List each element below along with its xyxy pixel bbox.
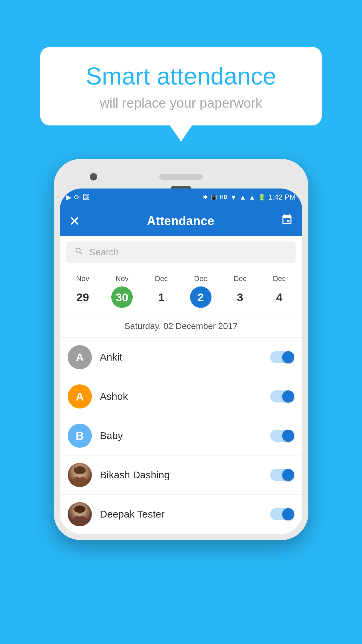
- cal-month-label: Dec: [233, 274, 246, 283]
- phone-top: [60, 165, 302, 189]
- phone-screen: ▶ ⟳ 🖼 ✱ 📳 HD ▼ ▲ ▲ 🔋 1:42 PM ✕ A: [60, 189, 302, 534]
- search-input[interactable]: Search: [89, 247, 119, 258]
- speech-bubble: Smart attendance will replace your paper…: [40, 47, 322, 125]
- search-container: Search: [60, 236, 302, 268]
- play-icon: ▶: [66, 193, 71, 201]
- cal-day-num: 2: [190, 286, 212, 308]
- svg-point-1: [72, 476, 87, 487]
- toggle-thumb: [282, 508, 294, 520]
- calendar-icon[interactable]: [281, 214, 293, 228]
- app-title: Attendance: [147, 214, 214, 228]
- list-item: B Baby: [60, 416, 302, 455]
- avatar-deepak: [68, 502, 92, 526]
- phone-camera: [90, 173, 97, 180]
- bluetooth-icon: ✱: [203, 194, 208, 201]
- toggle-track: [270, 469, 294, 481]
- calendar-strip: Nov 29 Nov 30 Dec 1 Dec 2 Dec 3: [60, 268, 302, 315]
- people-list: A Ankit A Ashok: [60, 338, 302, 534]
- cal-day-num: 3: [229, 286, 251, 308]
- svg-point-3: [74, 466, 86, 474]
- cal-day-num: 30: [111, 286, 133, 308]
- avatar-baby: B: [68, 424, 92, 448]
- hd-icon: HD: [220, 194, 228, 200]
- toggle-ashok[interactable]: [270, 390, 294, 402]
- subtext: will replace your paperwork: [60, 96, 302, 111]
- status-right-icons: ✱ 📳 HD ▼ ▲ ▲ 🔋 1:42 PM: [203, 193, 296, 202]
- avatar-bikash: [68, 463, 92, 487]
- list-item: A Ashok: [60, 377, 302, 416]
- image-icon: 🖼: [82, 194, 89, 201]
- status-time: 1:42 PM: [268, 193, 296, 202]
- list-item: Bikash Dashing: [60, 455, 302, 495]
- phone-mockup: ▶ ⟳ 🖼 ✱ 📳 HD ▼ ▲ ▲ 🔋 1:42 PM ✕ A: [54, 159, 308, 540]
- cal-month-label: Dec: [194, 274, 207, 283]
- toggle-baby[interactable]: [270, 430, 294, 442]
- toggle-ankit[interactable]: [270, 351, 294, 363]
- avatar-ashok: A: [68, 384, 92, 409]
- person-name-deepak: Deepak Tester: [100, 508, 262, 520]
- toggle-track: [270, 390, 294, 402]
- cal-day-dec3[interactable]: Dec 3: [229, 274, 251, 308]
- toggle-track: [270, 430, 294, 442]
- app-bar: ✕ Attendance: [60, 206, 302, 236]
- toggle-thumb: [282, 430, 294, 442]
- person-name-bikash: Bikash Dashing: [100, 469, 262, 481]
- cal-month-label: Dec: [273, 274, 286, 283]
- phone-outer: ▶ ⟳ 🖼 ✱ 📳 HD ▼ ▲ ▲ 🔋 1:42 PM ✕ A: [54, 159, 308, 540]
- cal-day-num: 1: [150, 286, 172, 308]
- cal-month-label: Dec: [155, 274, 168, 283]
- toggle-bikash[interactable]: [270, 469, 294, 481]
- signal1-icon: ▲: [239, 194, 246, 201]
- cal-day-num: 29: [72, 286, 94, 308]
- status-left-icons: ▶ ⟳ 🖼: [66, 193, 89, 201]
- vibrate-icon: 📳: [210, 194, 217, 201]
- cal-day-nov29[interactable]: Nov 29: [72, 274, 94, 308]
- toggle-thumb: [282, 390, 294, 402]
- search-icon: [74, 247, 84, 258]
- cal-day-dec4[interactable]: Dec 4: [268, 274, 290, 308]
- sync-icon: ⟳: [74, 193, 80, 201]
- cal-day-num: 4: [268, 286, 290, 308]
- signal2-icon: ▲: [249, 194, 255, 201]
- svg-point-5: [72, 516, 87, 526]
- cal-day-dec2[interactable]: Dec 2: [190, 274, 212, 308]
- toggle-deepak[interactable]: [270, 508, 294, 520]
- cal-month-label: Nov: [76, 274, 89, 283]
- cal-day-nov30[interactable]: Nov 30: [111, 274, 133, 308]
- person-name-ankit: Ankit: [100, 352, 262, 363]
- wifi-icon: ▼: [230, 194, 237, 201]
- person-name-baby: Baby: [100, 430, 262, 441]
- toggle-thumb: [282, 469, 294, 481]
- toggle-track: [270, 351, 294, 363]
- status-bar: ▶ ⟳ 🖼 ✱ 📳 HD ▼ ▲ ▲ 🔋 1:42 PM: [60, 189, 302, 206]
- battery-icon: 🔋: [258, 194, 265, 201]
- cal-month-label: Nov: [115, 274, 128, 283]
- avatar-ankit: A: [68, 345, 92, 369]
- headline: Smart attendance: [60, 63, 302, 90]
- toggle-track: [270, 508, 294, 520]
- toggle-thumb: [282, 351, 294, 363]
- svg-point-7: [74, 505, 85, 513]
- list-item: A Ankit: [60, 338, 302, 377]
- person-name-ashok: Ashok: [100, 391, 262, 402]
- cal-day-dec1[interactable]: Dec 1: [150, 274, 172, 308]
- search-bar[interactable]: Search: [66, 241, 296, 263]
- list-item: Deepak Tester: [60, 495, 302, 534]
- selected-date-label: Saturday, 02 December 2017: [60, 315, 302, 338]
- close-button[interactable]: ✕: [69, 213, 80, 229]
- phone-speaker: [159, 174, 203, 180]
